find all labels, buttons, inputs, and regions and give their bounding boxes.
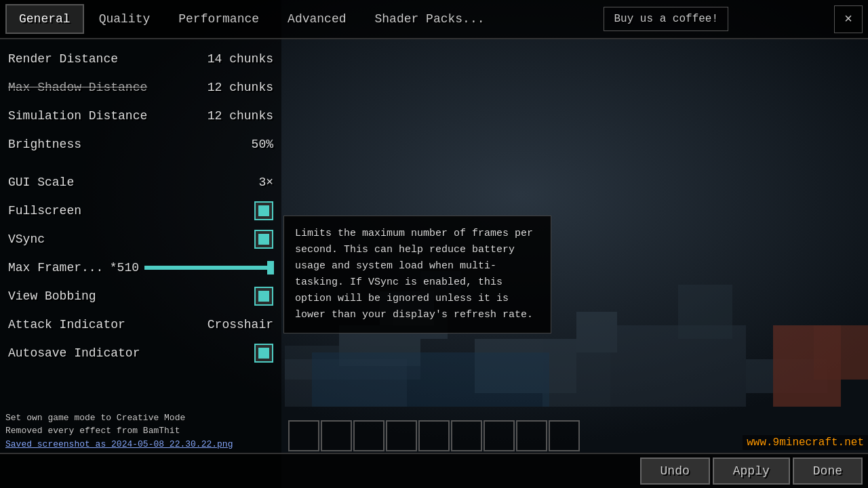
gui-scale-value: 3×: [205, 176, 273, 189]
tab-bar: General Quality Performance Advanced Sha…: [0, 0, 868, 39]
fullscreen-toggle[interactable]: [254, 201, 273, 220]
tab-performance[interactable]: Performance: [165, 4, 273, 34]
spacer: [0, 159, 281, 168]
setting-vsync[interactable]: VSync: [0, 225, 281, 253]
max-framerate-label: Max Framer...: [8, 261, 105, 274]
hotbar-slot-1: [321, 420, 352, 451]
hotbar-slot-2: [353, 420, 384, 451]
max-shadow-distance-value: 12 chunks: [205, 81, 273, 94]
max-shadow-distance-label: Max Shadow Distance: [8, 81, 205, 94]
autosave-indicator-label: Autosave Indicator: [8, 346, 254, 360]
vsync-toggle[interactable]: [254, 230, 273, 249]
bottom-bar: Undo Apply Done: [0, 453, 868, 488]
view-bobbing-label: View Bobbing: [8, 289, 254, 303]
max-framerate-fill: [144, 266, 268, 270]
framerate-tooltip: Limits the maximum number of frames per …: [283, 216, 551, 333]
max-framerate-slider-container: *510: [105, 261, 273, 274]
hotbar-slot-7: [516, 420, 547, 451]
simulation-distance-value: 12 chunks: [205, 109, 273, 123]
tab-advanced[interactable]: Advanced: [274, 4, 359, 34]
setting-attack-indicator[interactable]: Attack Indicator Crosshair: [0, 310, 281, 339]
gui-scale-label: GUI Scale: [8, 176, 205, 189]
settings-list: Render Distance 14 chunks Max Shadow Dis…: [0, 39, 281, 373]
coffee-button[interactable]: Buy us a coffee!: [604, 7, 728, 31]
tab-general[interactable]: General: [5, 4, 84, 34]
hotbar-slot-4: [418, 420, 450, 451]
watermark: www.9minecraft.net: [743, 436, 868, 449]
render-distance-label: Render Distance: [8, 52, 205, 66]
setting-gui-scale[interactable]: GUI Scale 3×: [0, 168, 281, 197]
setting-autosave-indicator[interactable]: Autosave Indicator: [0, 339, 281, 367]
setting-fullscreen[interactable]: Fullscreen: [0, 197, 281, 225]
done-button[interactable]: Done: [793, 458, 863, 485]
setting-render-distance[interactable]: Render Distance 14 chunks: [0, 45, 281, 73]
autosave-indicator-toggle[interactable]: [254, 344, 273, 363]
max-framerate-track[interactable]: [144, 266, 273, 270]
max-framerate-value: *510: [105, 261, 139, 274]
attack-indicator-label: Attack Indicator: [8, 318, 205, 331]
render-distance-value: 14 chunks: [205, 52, 273, 66]
hotbar-slot-5: [451, 420, 482, 451]
watermark-text: www.9minecraft.net: [743, 435, 868, 450]
vsync-label: VSync: [8, 232, 254, 246]
undo-button[interactable]: Undo: [640, 458, 710, 485]
setting-simulation-distance[interactable]: Simulation Distance 12 chunks: [0, 102, 281, 130]
simulation-distance-label: Simulation Distance: [8, 109, 205, 123]
max-framerate-thumb[interactable]: [267, 261, 274, 274]
hotbar-slot-8: [549, 420, 580, 451]
view-bobbing-toggle[interactable]: [254, 287, 273, 306]
tab-quality[interactable]: Quality: [85, 4, 164, 34]
log-line-1: Removed every effect from BamThit: [5, 424, 233, 438]
log-area: Set own game mode to Creative Mode Remov…: [5, 411, 233, 451]
hotbar-slot-3: [386, 420, 417, 451]
apply-button[interactable]: Apply: [713, 458, 790, 485]
hotbar-slot-0: [288, 420, 319, 451]
hotbar-slot-6: [484, 420, 515, 451]
log-line-2[interactable]: Saved screenshot as 2024-05-08_22.30.22.…: [5, 438, 233, 451]
setting-brightness[interactable]: Brightness 50%: [0, 130, 281, 159]
setting-max-framerate[interactable]: Max Framer... *510: [0, 253, 281, 282]
hotbar: [288, 420, 580, 451]
fullscreen-label: Fullscreen: [8, 204, 254, 218]
brightness-value: 50%: [205, 138, 273, 151]
setting-view-bobbing[interactable]: View Bobbing: [0, 282, 281, 310]
brightness-label: Brightness: [8, 138, 205, 151]
attack-indicator-value: Crosshair: [205, 318, 273, 331]
setting-max-shadow-distance[interactable]: Max Shadow Distance 12 chunks: [0, 73, 281, 102]
tooltip-text: Limits the maximum number of frames per …: [295, 228, 533, 321]
tab-shader-packs[interactable]: Shader Packs...: [361, 4, 498, 34]
close-button[interactable]: ×: [834, 5, 863, 33]
log-line-0: Set own game mode to Creative Mode: [5, 411, 233, 425]
